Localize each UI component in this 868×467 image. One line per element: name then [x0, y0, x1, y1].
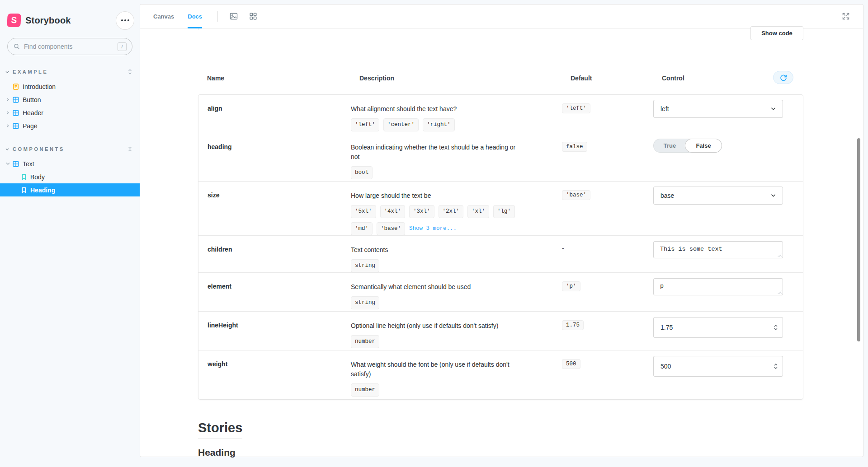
- arg-name: heading: [198, 133, 351, 181]
- table-row-heading: heading Boolean indicating whether the t…: [198, 133, 803, 182]
- type-badge: 'center': [383, 118, 419, 131]
- arg-description: Semantically what element should be used…: [351, 273, 562, 311]
- sidebar-item-page[interactable]: Page: [0, 119, 140, 132]
- tab-docs[interactable]: Docs: [188, 5, 202, 28]
- type-badge: bool: [351, 166, 373, 179]
- chevron-down-icon[interactable]: [5, 162, 10, 165]
- sidebar-item-label: Header: [23, 109, 43, 117]
- type-badge: 'left': [351, 118, 379, 131]
- arg-name: lineHeight: [198, 312, 351, 350]
- story-section-heading: Heading: [198, 447, 236, 458]
- arg-control: p: [653, 273, 803, 311]
- arg-default: 'base': [562, 182, 653, 235]
- weight-number-input[interactable]: 500: [653, 356, 783, 377]
- sidebar-item-introduction[interactable]: Introduction: [0, 80, 140, 93]
- column-header-control: Control: [662, 75, 684, 82]
- arg-default: 500: [562, 350, 653, 399]
- sidebar-item-text[interactable]: Text: [0, 157, 140, 170]
- element-textarea[interactable]: p: [653, 278, 783, 295]
- bookmark-icon: [21, 174, 27, 180]
- document-icon: [13, 84, 19, 90]
- column-header-description: Description: [359, 75, 394, 82]
- collapse-all-icon[interactable]: [127, 146, 132, 152]
- type-badge: string: [351, 259, 379, 272]
- expand-all-icon[interactable]: [127, 69, 132, 75]
- number-stepper[interactable]: [774, 364, 778, 369]
- column-header-name: Name: [207, 75, 224, 82]
- arg-default: false: [562, 133, 653, 181]
- sidebar-item-button[interactable]: Button: [0, 93, 140, 106]
- component-icon: [13, 161, 19, 167]
- stories-heading: Stories: [198, 420, 242, 439]
- storybook-logo: S: [7, 14, 21, 27]
- sidebar-item-label: Heading: [30, 187, 55, 194]
- brand-title: Storybook: [25, 15, 71, 26]
- arg-control: This is some text: [653, 236, 803, 272]
- arg-description: Boolean indicating whether the text shou…: [351, 133, 562, 181]
- section-components: COMPONENTS: [5, 145, 132, 154]
- fullscreen-icon[interactable]: [842, 12, 850, 20]
- align-select[interactable]: left: [653, 100, 783, 118]
- chevron-down-icon[interactable]: [5, 70, 9, 74]
- dots-icon: [121, 19, 123, 21]
- sidebar-item-label: Body: [30, 173, 45, 181]
- heading-boolean-toggle[interactable]: True False: [653, 139, 722, 153]
- scrollbar-thumb[interactable]: [857, 138, 860, 341]
- sidebar-item-label: Introduction: [23, 83, 56, 90]
- component-icon: [13, 123, 19, 129]
- sidebar-item-label: Button: [23, 96, 41, 103]
- table-row-size: size How large should the text be '5xl' …: [198, 182, 803, 236]
- arg-control: 500: [653, 350, 803, 399]
- sidebar-item-header[interactable]: Header: [0, 106, 140, 119]
- component-icon: [13, 97, 19, 103]
- type-badge: string: [351, 296, 379, 309]
- arg-description: How large should the text be '5xl' '4xl'…: [351, 182, 562, 235]
- type-badge: '4xl': [380, 205, 406, 218]
- main-panel: Canvas Docs Show code Name Description D…: [140, 4, 863, 457]
- type-badge: 'lg': [493, 205, 515, 218]
- show-code-button[interactable]: Show code: [750, 26, 803, 40]
- table-row-element: element Semantically what element should…: [198, 273, 803, 312]
- type-badge: 'xl': [467, 205, 489, 218]
- arg-name: size: [198, 182, 351, 235]
- tab-canvas[interactable]: Canvas: [153, 5, 174, 28]
- grid-icon[interactable]: [250, 13, 257, 20]
- sidebar: S Storybook Find components / EXAMPLE In…: [0, 0, 140, 467]
- zoom-visual-icon[interactable]: [230, 12, 238, 20]
- chevron-right-icon[interactable]: [5, 98, 10, 102]
- number-stepper[interactable]: [774, 325, 778, 330]
- arg-default: 'left': [562, 95, 653, 133]
- type-badge: '2xl': [439, 205, 464, 218]
- resize-grip-icon[interactable]: [777, 252, 782, 257]
- search-input[interactable]: Find components /: [7, 38, 132, 55]
- type-badge: 'md': [351, 222, 373, 235]
- reset-controls-button[interactable]: [773, 71, 793, 84]
- sidebar-item-heading-selected[interactable]: Heading: [0, 183, 140, 196]
- arg-name: children: [198, 236, 351, 272]
- sidebar-menu-button[interactable]: [116, 11, 134, 30]
- chevron-down-icon: [771, 194, 776, 197]
- resize-grip-icon[interactable]: [777, 290, 782, 294]
- search-icon: [14, 43, 20, 50]
- chevron-right-icon[interactable]: [5, 124, 10, 128]
- arg-default: 'p': [562, 273, 653, 311]
- type-badge: number: [351, 383, 379, 397]
- search-placeholder: Find components: [24, 43, 118, 50]
- toggle-false-label[interactable]: False: [685, 139, 722, 153]
- chevron-down-icon[interactable]: [5, 148, 9, 151]
- children-textarea[interactable]: This is some text: [653, 241, 783, 258]
- arg-description: Text contents string: [351, 236, 562, 272]
- size-select[interactable]: base: [653, 187, 783, 205]
- arg-control: True False: [653, 133, 803, 181]
- show-more-link[interactable]: Show 3 more...: [409, 224, 457, 234]
- toggle-true-label[interactable]: True: [654, 142, 686, 149]
- sidebar-item-body[interactable]: Body: [0, 170, 140, 183]
- bookmark-icon: [21, 187, 27, 193]
- arg-description: What alignment should the text have? 'le…: [351, 95, 562, 133]
- column-header-default: Default: [571, 75, 592, 82]
- lineheight-number-input[interactable]: 1.75: [653, 317, 783, 338]
- args-table-header: Name Description Default Control: [198, 72, 803, 88]
- chevron-right-icon[interactable]: [5, 111, 10, 115]
- type-badge: '3xl': [409, 205, 434, 218]
- table-row-lineheight: lineHeight Optional line height (only us…: [198, 312, 803, 350]
